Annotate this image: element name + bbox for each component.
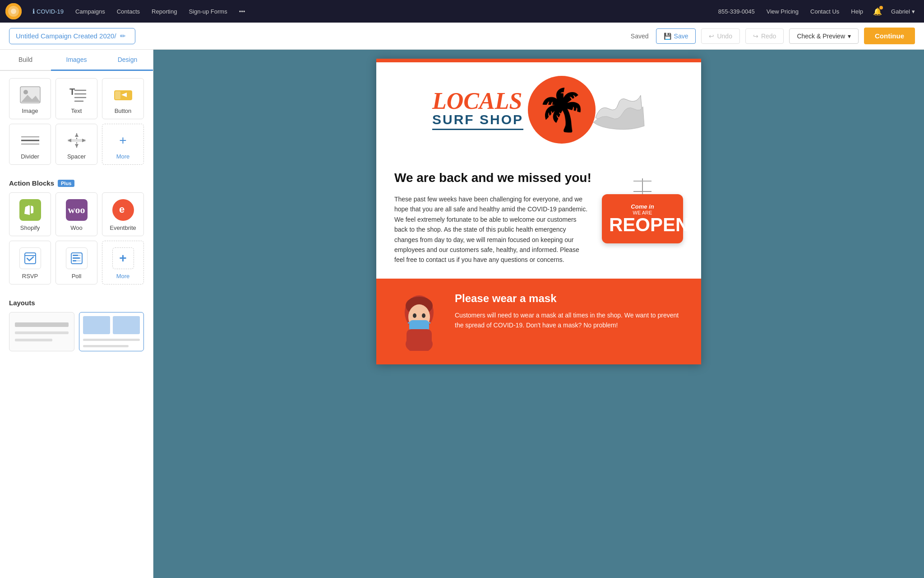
nav-reporting[interactable]: Reporting xyxy=(147,5,181,18)
block-more[interactable]: + More xyxy=(102,124,144,165)
action-blocks-title: Action Blocks Plus xyxy=(9,179,144,187)
action-more[interactable]: + More xyxy=(102,241,144,284)
blocks-grid: Image T Text xyxy=(9,78,144,165)
continue-button[interactable]: Continue xyxy=(864,28,915,44)
redo-icon: ↪ xyxy=(753,33,758,40)
svg-rect-28 xyxy=(73,255,78,256)
svg-point-4 xyxy=(23,90,28,94)
nav-more[interactable]: ••• xyxy=(235,5,250,18)
block-spacer-label: Spacer xyxy=(67,153,86,160)
action-rsvp[interactable]: RSVP xyxy=(9,241,51,284)
svg-rect-24 xyxy=(25,253,36,264)
email-mask-section: Please wear a mask Customers will need t… xyxy=(376,279,701,364)
spacer-block-icon xyxy=(66,131,88,149)
layout-single-col[interactable] xyxy=(9,312,74,351)
wave-decoration xyxy=(591,86,645,133)
tab-build[interactable]: Build xyxy=(0,50,51,71)
more-blocks-icon: + xyxy=(112,131,134,149)
tab-images[interactable]: Images xyxy=(51,50,102,71)
svg-marker-19 xyxy=(75,144,79,148)
svg-point-39 xyxy=(413,313,416,318)
block-button-label: Button xyxy=(115,107,132,114)
block-text-label: Text xyxy=(71,107,82,114)
action-blocks-grid: Shopify woo Woo e Eventbrite xyxy=(9,192,144,284)
main-area: Build Images Design xyxy=(0,50,924,578)
editor-toolbar: Untitled Campaign Created 2020/ ✏ Saved … xyxy=(0,23,924,50)
mask-text-area: Please wear a mask Customers will need t… xyxy=(455,292,683,331)
sidebar: Build Images Design xyxy=(0,50,153,578)
chevron-down-icon: ▾ xyxy=(848,33,851,40)
palm-circle: 🌴 xyxy=(528,76,596,144)
info-icon: ℹ xyxy=(32,8,35,15)
palm-icon: 🌴 xyxy=(536,89,587,130)
shopify-label: Shopify xyxy=(20,224,40,231)
action-eventbrite[interactable]: e Eventbrite xyxy=(102,192,144,236)
tab-design[interactable]: Design xyxy=(102,50,153,71)
canvas-area: LOCALS SURF SHOP 🌴 xyxy=(153,50,924,578)
svg-rect-30 xyxy=(73,257,80,259)
block-button[interactable]: Button xyxy=(102,78,144,119)
user-menu-button[interactable]: Gabriel ▾ xyxy=(887,5,919,18)
edit-title-icon[interactable]: ✏ xyxy=(120,32,126,40)
email-logo-section: LOCALS SURF SHOP 🌴 xyxy=(376,62,701,157)
action-woo[interactable]: woo Woo xyxy=(55,192,97,236)
campaign-title-field[interactable]: Untitled Campaign Created 2020/ ✏ xyxy=(9,28,135,44)
block-text[interactable]: T Text xyxy=(55,78,97,119)
layouts-grid xyxy=(9,312,144,351)
email-content-row: These past few weeks have been challengi… xyxy=(394,194,683,265)
svg-text:T: T xyxy=(69,87,75,97)
layout-two-col[interactable] xyxy=(79,312,144,351)
block-image[interactable]: Image xyxy=(9,78,51,119)
undo-icon: ↩ xyxy=(709,33,714,40)
mask-headline: Please wear a mask xyxy=(455,292,683,305)
nav-campaigns[interactable]: Campaigns xyxy=(71,5,110,18)
layouts-title: Layouts xyxy=(9,299,144,307)
shopify-icon xyxy=(19,199,41,221)
nav-contacts[interactable]: Contacts xyxy=(112,5,144,18)
email-body-text: These past few weeks have been challengi… xyxy=(394,194,591,265)
rsvp-icon xyxy=(19,247,41,269)
undo-button[interactable]: ↩ Undo xyxy=(701,28,739,44)
svg-marker-18 xyxy=(75,133,79,137)
mask-illustration xyxy=(394,292,444,351)
top-navigation: ℹ COVID-19 Campaigns Contacts Reporting … xyxy=(0,0,924,23)
svg-point-40 xyxy=(422,313,425,318)
woo-icon: woo xyxy=(66,199,88,221)
block-spacer[interactable]: Spacer xyxy=(55,124,97,165)
check-preview-button[interactable]: Check & Preview ▾ xyxy=(789,28,859,44)
text-block-icon: T xyxy=(66,86,88,104)
woo-label: Woo xyxy=(70,224,83,231)
svg-rect-32 xyxy=(73,260,76,261)
nav-help[interactable]: Help xyxy=(846,5,868,18)
notification-dot xyxy=(879,6,883,9)
notifications-button[interactable]: 🔔 xyxy=(870,4,885,19)
block-more-label: More xyxy=(116,153,130,160)
email-header-bar xyxy=(376,59,701,62)
block-divider[interactable]: Divider xyxy=(9,124,51,165)
svg-text:e: e xyxy=(119,204,125,215)
surf-shop-text: SURF SHOP xyxy=(432,113,523,126)
layouts-section: Layouts xyxy=(0,292,153,359)
image-block-icon xyxy=(19,86,41,104)
rsvp-label: RSVP xyxy=(22,273,38,280)
eventbrite-icon: e xyxy=(112,199,134,221)
action-poll[interactable]: Poll xyxy=(55,241,97,284)
block-divider-label: Divider xyxy=(21,153,39,160)
blocks-section: Image T Text xyxy=(0,71,153,172)
nav-contact-us[interactable]: Contact Us xyxy=(806,5,844,18)
app-logo[interactable] xyxy=(5,3,22,19)
nav-view-pricing[interactable]: View Pricing xyxy=(762,5,803,18)
poll-label: Poll xyxy=(72,273,82,280)
save-button[interactable]: 💾 Save xyxy=(656,28,696,44)
nav-signup-forms[interactable]: Sign-up Forms xyxy=(184,5,231,18)
action-shopify[interactable]: Shopify xyxy=(9,192,51,236)
eventbrite-label: Eventbrite xyxy=(110,224,136,231)
save-status: Saved xyxy=(631,33,649,40)
redo-button[interactable]: ↪ Redo xyxy=(745,28,784,44)
button-block-icon xyxy=(112,86,134,104)
locals-text: LOCALS xyxy=(432,89,523,113)
nav-covid19[interactable]: ℹ COVID-19 xyxy=(28,5,68,18)
come-in-text: Come in xyxy=(609,203,676,210)
divider-block-icon xyxy=(19,131,41,149)
poll-icon xyxy=(66,247,88,269)
